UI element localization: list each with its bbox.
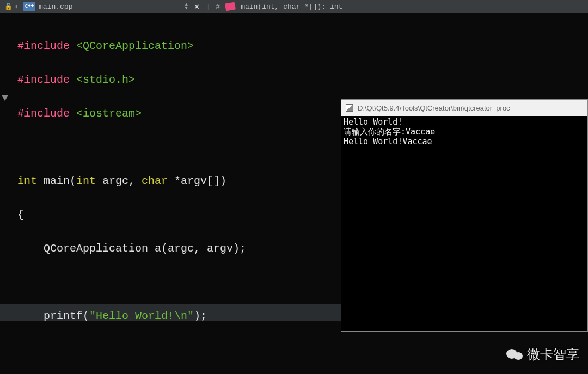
chevron-down-icon[interactable]: ▼ — [185, 7, 187, 10]
wechat-icon — [506, 349, 523, 360]
lock-area: 🔓 ▮ — [2, 3, 20, 11]
cpp-badge-icon: C++ — [23, 2, 35, 11]
keyword: int — [76, 175, 96, 187]
bookmark-icon[interactable] — [2, 95, 8, 101]
console-window[interactable]: D:\Qt\Qt5.9.4\Tools\QtCreator\bin\qtcrea… — [341, 99, 588, 332]
console-icon — [346, 104, 353, 112]
file-selector[interactable]: C++ main.cpp — [23, 2, 181, 11]
code-text: main( — [37, 175, 76, 187]
toolbar: 🔓 ▮ C++ main.cpp ▲ ▼ ✕ | # main(int, cha… — [0, 0, 588, 13]
preproc: #include — [17, 73, 70, 86]
keyword: char — [142, 175, 168, 187]
code-text: printf( — [17, 310, 89, 322]
console-line: Hello World!Vaccae — [344, 137, 585, 146]
console-line: 请输入你的名字:Vaccae — [344, 127, 585, 137]
lock-icon: 🔓 — [4, 3, 13, 11]
preproc: #include — [17, 40, 70, 52]
brace: { — [17, 209, 24, 221]
code-text: argc, — [96, 175, 142, 187]
include-path: <QCoreApplication> — [76, 40, 194, 52]
console-titlebar[interactable]: D:\Qt\Qt5.9.4\Tools\QtCreator\bin\qtcrea… — [341, 100, 587, 116]
close-icon[interactable]: ✕ — [191, 1, 203, 12]
code-text: ); — [194, 310, 207, 322]
console-output[interactable]: Hello World!请输入你的名字:VaccaeHello World!Va… — [341, 116, 587, 148]
separator: | — [206, 3, 211, 11]
filename-label: main.cpp — [39, 3, 72, 11]
console-title-text: D:\Qt\Qt5.9.4\Tools\QtCreator\bin\qtcrea… — [358, 104, 510, 112]
watermark-text: 微卡智享 — [527, 346, 579, 363]
code-text: *argv[]) — [168, 175, 226, 187]
hash-label: # — [213, 3, 222, 11]
watermark: 微卡智享 — [506, 346, 579, 363]
string-literal: "Hello World!\n" — [89, 310, 194, 322]
include-path: <stdio.h> — [76, 73, 135, 86]
code-text: QCoreApplication a(argc, argv); — [17, 242, 246, 255]
include-path: <iostream> — [76, 107, 142, 120]
split-icon: ▮ — [15, 3, 18, 10]
file-nav-arrows[interactable]: ▲ ▼ — [185, 3, 187, 10]
tag-icon — [225, 2, 236, 11]
keyword: int — [17, 175, 37, 187]
preproc: #include — [17, 107, 70, 120]
editor-area[interactable]: #include <QCoreApplication> #include <st… — [0, 13, 588, 374]
console-line: Hello World! — [344, 117, 585, 127]
symbol-selector[interactable]: main(int, char *[]): int — [238, 3, 342, 11]
